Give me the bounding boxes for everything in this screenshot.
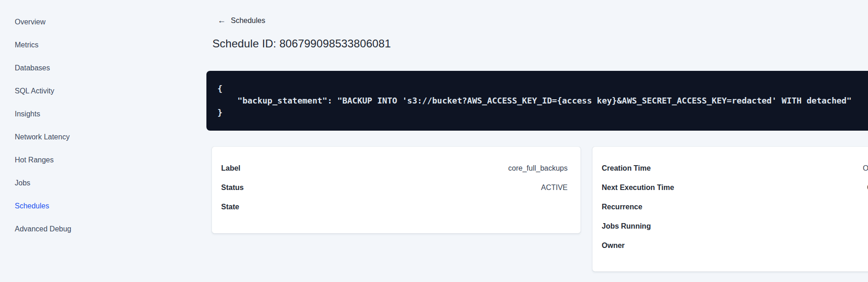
detail-row: Labelcore_full_backups <box>221 159 568 178</box>
detail-label: Status <box>221 184 244 192</box>
detail-value: core_full_backups <box>508 164 568 173</box>
detail-row: Recurrence@daily <box>602 197 868 217</box>
detail-label: State <box>221 203 239 211</box>
back-link[interactable]: ← Schedules <box>217 17 265 25</box>
code-line: "backup_statement": "BACKUP INTO 's3://b… <box>217 95 868 107</box>
code-line: } <box>217 107 868 119</box>
sidebar: OverviewMetricsDatabasesSQL ActivityInsi… <box>0 0 103 282</box>
detail-label: Next Execution Time <box>602 184 674 192</box>
detail-row: Next Execution TimeOct 21, 2022 at 0:00 … <box>602 178 868 197</box>
back-link-label: Schedules <box>231 17 265 25</box>
detail-cards: Labelcore_full_backupsStatusACTIVEState … <box>212 147 868 271</box>
detail-row: Ownerroot <box>602 236 868 255</box>
sidebar-item-network-latency[interactable]: Network Latency <box>0 126 103 149</box>
detail-value: Oct 20, 2022 at 17:12 UTC <box>863 164 868 173</box>
schedule-timing-card: Creation TimeOct 20, 2022 at 17:12 UTCNe… <box>592 147 868 271</box>
code-line: { <box>217 83 868 95</box>
sidebar-item-jobs[interactable]: Jobs <box>0 172 103 195</box>
detail-label: Jobs Running <box>602 222 651 230</box>
detail-row: State <box>221 197 568 217</box>
sidebar-item-metrics[interactable]: Metrics <box>0 34 103 57</box>
sidebar-item-insights[interactable]: Insights <box>0 103 103 126</box>
detail-label: Creation Time <box>602 164 651 173</box>
sidebar-item-overview[interactable]: Overview <box>0 11 103 34</box>
detail-label: Owner <box>602 242 625 250</box>
detail-value: ACTIVE <box>541 184 568 192</box>
sidebar-item-advanced-debug[interactable]: Advanced Debug <box>0 218 103 241</box>
detail-label: Recurrence <box>602 203 642 211</box>
schedule-statement-code-block: { "backup_statement": "BACKUP INTO 's3:/… <box>206 71 868 131</box>
schedule-summary-card: Labelcore_full_backupsStatusACTIVEState <box>212 147 581 233</box>
main-content: ← Schedules Schedule ID: 806799098533806… <box>103 0 868 282</box>
page-title: Schedule ID: 806799098533806081 <box>212 37 868 50</box>
app-root: OverviewMetricsDatabasesSQL ActivityInsi… <box>0 0 868 282</box>
detail-row: Jobs Running0 <box>602 217 868 236</box>
sidebar-item-schedules[interactable]: Schedules <box>0 195 103 218</box>
sidebar-item-hot-ranges[interactable]: Hot Ranges <box>0 149 103 172</box>
detail-label: Label <box>221 164 240 173</box>
sidebar-item-sql-activity[interactable]: SQL Activity <box>0 80 103 103</box>
arrow-left-icon: ← <box>217 16 226 24</box>
detail-row: Creation TimeOct 20, 2022 at 17:12 UTC <box>602 159 868 178</box>
detail-row: StatusACTIVE <box>221 178 568 197</box>
sidebar-item-databases[interactable]: Databases <box>0 57 103 80</box>
